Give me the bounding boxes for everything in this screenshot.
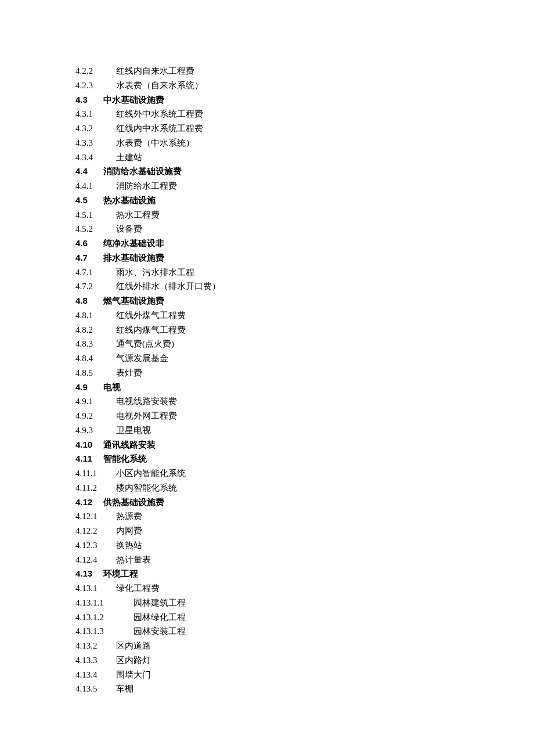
- outline-item: 4.6纯净水基础设非: [75, 236, 459, 251]
- item-number: 4.12.1: [75, 509, 116, 524]
- item-label: 红线内自来水工程费: [116, 66, 194, 75]
- item-label: 通讯线路安装: [103, 440, 156, 449]
- item-number: 4.11.2: [75, 481, 116, 495]
- outline-item: 4.8.1红线外煤气工程费: [75, 308, 459, 323]
- outline-item: 4.8.4气源发展基金: [75, 351, 459, 366]
- outline-item: 4.5热水基础设施: [75, 193, 459, 208]
- outline-item: 4.8.5表灶费: [75, 366, 459, 380]
- item-number: 4.8.1: [75, 308, 116, 323]
- item-number: 4.13.1.1: [75, 596, 134, 610]
- item-label: 卫星电视: [116, 426, 151, 435]
- item-label: 红线内煤气工程费: [116, 325, 186, 334]
- item-number: 4.12: [75, 495, 103, 510]
- item-number: 4.12.2: [75, 524, 116, 538]
- item-label: 围墙大门: [116, 670, 151, 679]
- item-number: 4.8.5: [75, 366, 116, 380]
- outline-item: 4.2.2红线内自来水工程费: [75, 64, 459, 78]
- outline-item: 4.4消防给水基础设施费: [75, 164, 459, 179]
- outline-item: 4.12.1热源费: [75, 509, 459, 524]
- item-label: 供热基础设施费: [103, 497, 164, 507]
- item-label: 电视线路安装费: [116, 397, 177, 406]
- item-label: 热水工程费: [116, 210, 160, 219]
- outline-item: 4.8燃气基础设施费: [75, 294, 459, 308]
- item-number: 4.6: [75, 236, 103, 251]
- item-label: 中水基础设施费: [103, 95, 164, 105]
- item-number: 4.8: [75, 294, 103, 308]
- item-label: 红线外中水系统工程费: [116, 109, 203, 118]
- outline-item: 4.13.1.2园林绿化工程: [75, 610, 459, 625]
- item-label: 红线外排水（排水开口费）: [116, 282, 221, 291]
- item-label: 排水基础设施费: [103, 253, 164, 262]
- item-number: 4.9.1: [75, 394, 116, 409]
- item-label: 车棚: [116, 684, 134, 693]
- item-number: 4.8.4: [75, 351, 116, 366]
- item-label: 区内道路: [116, 641, 151, 650]
- outline-item: 4.4.1消防给水工程费: [75, 179, 459, 193]
- item-label: 楼内智能化系统: [116, 483, 177, 492]
- outline-item: 4.5.1热水工程费: [75, 208, 459, 222]
- outline-item: 4.13环境工程: [75, 567, 459, 581]
- item-number: 4.5: [75, 193, 103, 208]
- item-label: 通气费(点火费): [116, 339, 174, 348]
- item-number: 4.8.2: [75, 323, 116, 337]
- item-label: 电视: [103, 382, 121, 392]
- outline-item: 4.8.2红线内煤气工程费: [75, 323, 459, 337]
- item-number: 4.4: [75, 164, 103, 179]
- item-number: 4.7.2: [75, 279, 116, 294]
- outline-item: 4.9.1电视线路安装费: [75, 394, 459, 409]
- item-label: 雨水、污水排水工程: [116, 268, 194, 277]
- item-label: 水表费（中水系统）: [116, 138, 194, 147]
- outline-item: 4.13.1.3园林安装工程: [75, 624, 459, 639]
- outline-item: 4.13.1绿化工程费: [75, 581, 459, 596]
- item-label: 环境工程: [103, 568, 138, 578]
- outline-item: 4.11智能化系统: [75, 452, 459, 466]
- item-number: 4.13.1.2: [75, 610, 134, 625]
- item-number: 4.13.1: [75, 581, 116, 596]
- item-number: 4.13.2: [75, 639, 116, 653]
- item-label: 热水基础设施: [103, 195, 156, 205]
- item-label: 热源费: [116, 512, 142, 521]
- outline-item: 4.13.2区内道路: [75, 639, 459, 653]
- item-label: 内网费: [116, 526, 142, 535]
- item-number: 4.3.2: [75, 121, 116, 136]
- outline-item: 4.10通讯线路安装: [75, 438, 459, 452]
- item-number: 4.2.3: [75, 78, 116, 93]
- item-number: 4.11.1: [75, 466, 116, 481]
- outline-item: 4.3中水基础设施费: [75, 93, 459, 107]
- outline-item: 4.9.2电视外网工程费: [75, 409, 459, 423]
- item-label: 燃气基础设施费: [103, 296, 164, 305]
- outline-item: 4.5.2设备费: [75, 222, 459, 236]
- item-label: 表灶费: [116, 368, 142, 377]
- item-number: 4.2.2: [75, 64, 116, 78]
- item-label: 设备费: [116, 224, 142, 233]
- outline-item: 4.13.4围墙大门: [75, 668, 459, 682]
- item-label: 消防给水基础设施费: [103, 166, 182, 176]
- outline-item: 4.12供热基础设施费: [75, 495, 459, 510]
- item-number: 4.13.1.3: [75, 624, 134, 639]
- item-label: 绿化工程费: [116, 584, 160, 593]
- outline-item: 4.9.3卫星电视: [75, 423, 459, 438]
- outline-item: 4.7.2红线外排水（排水开口费）: [75, 279, 459, 294]
- item-number: 4.13: [75, 567, 103, 581]
- item-label: 水表费（自来水系统）: [116, 81, 203, 90]
- outline-item: 4.3.2红线内中水系统工程费: [75, 121, 459, 136]
- outline-item: 4.3.4土建站: [75, 150, 459, 165]
- outline-item: 4.9电视: [75, 380, 459, 395]
- outline-item: 4.2.3水表费（自来水系统）: [75, 78, 459, 93]
- item-number: 4.13.3: [75, 653, 116, 668]
- outline-item: 4.13.5车棚: [75, 682, 459, 696]
- item-label: 气源发展基金: [116, 354, 168, 363]
- item-number: 4.8.3: [75, 337, 116, 351]
- item-label: 园林绿化工程: [134, 613, 186, 622]
- item-number: 4.12.3: [75, 538, 116, 553]
- item-number: 4.3.4: [75, 150, 116, 165]
- item-number: 4.7.1: [75, 265, 116, 280]
- outline-list: 4.2.2红线内自来水工程费4.2.3水表费（自来水系统）4.3中水基础设施费4…: [75, 64, 459, 696]
- item-number: 4.9.3: [75, 423, 116, 438]
- outline-item: 4.3.3水表费（中水系统）: [75, 136, 459, 150]
- item-label: 消防给水工程费: [116, 181, 177, 190]
- item-label: 纯净水基础设非: [103, 238, 164, 248]
- outline-item: 4.11.1小区内智能化系统: [75, 466, 459, 481]
- item-number: 4.9: [75, 380, 103, 395]
- item-label: 小区内智能化系统: [116, 469, 186, 478]
